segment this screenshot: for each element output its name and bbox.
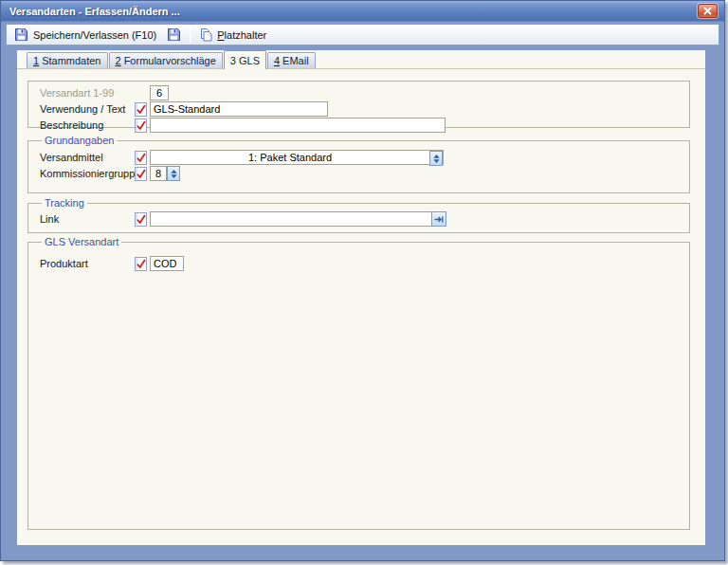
check-icon bbox=[135, 151, 147, 165]
field-row-beschreibung: Beschreibung bbox=[40, 118, 689, 133]
check-icon bbox=[135, 212, 147, 227]
tab-email[interactable]: 4EMail bbox=[267, 52, 316, 68]
tab-gls[interactable]: 3GLS bbox=[224, 50, 266, 69]
versandmittel-combo[interactable]: 1: Paket Standard bbox=[150, 150, 444, 165]
section-legend: Grundangaben bbox=[42, 135, 117, 146]
versandart-input[interactable] bbox=[150, 85, 169, 100]
section-legend: Tracking bbox=[42, 197, 87, 209]
copy-icon bbox=[199, 27, 212, 42]
save-button[interactable] bbox=[162, 26, 186, 44]
link-input[interactable] bbox=[150, 211, 431, 227]
check-icon bbox=[135, 102, 147, 117]
close-icon bbox=[703, 7, 712, 15]
arrow-right-icon bbox=[434, 215, 444, 224]
spinner-button[interactable] bbox=[429, 151, 443, 166]
spinner-icon bbox=[433, 155, 440, 163]
field-row-versandart: Versandart 1-99 bbox=[40, 85, 689, 100]
save-exit-label: Speichern/Verlassen (F10) bbox=[33, 29, 156, 41]
window-title: Versandarten - Erfassen/Ändern ... bbox=[9, 6, 698, 17]
toolbar: Speichern/Verlassen (F10) Platzhalter bbox=[6, 24, 719, 46]
tab-bar: 1Stammdaten 2Formularvorschläge 3GLS 4EM… bbox=[17, 50, 705, 69]
section-stammdaten-box: Versandart 1-99 Verwendung / Text bbox=[27, 81, 690, 128]
section-gls-versandart: GLS Versandart Produktart bbox=[27, 236, 690, 530]
spinner-button[interactable] bbox=[167, 166, 180, 181]
save-icon bbox=[167, 27, 181, 42]
link-label: Link bbox=[40, 213, 135, 225]
check-icon bbox=[135, 118, 147, 133]
produktart-label: Produktart bbox=[40, 258, 135, 269]
spinner-icon bbox=[171, 170, 177, 178]
main-panel: 1Stammdaten 2Formularvorschläge 3GLS 4EM… bbox=[17, 50, 705, 545]
produktart-input[interactable] bbox=[150, 256, 184, 271]
kommissioniergruppe-input[interactable] bbox=[150, 166, 167, 181]
field-row-versandmittel: Versandmittel 1: Paket Standard bbox=[40, 150, 689, 165]
versandart-label: Versandart 1-99 bbox=[40, 87, 135, 99]
verwendung-input[interactable] bbox=[150, 101, 328, 117]
toolbar-separator bbox=[190, 27, 191, 43]
icon-spacer bbox=[135, 86, 147, 100]
save-exit-button[interactable]: Speichern/Verlassen (F10) bbox=[9, 26, 161, 44]
combo-value: 1: Paket Standard bbox=[151, 151, 429, 164]
field-row-kommissioniergruppe: Kommissioniergruppe bbox=[40, 166, 689, 181]
verwendung-label: Verwendung / Text bbox=[40, 103, 135, 115]
titlebar[interactable]: Versandarten - Erfassen/Ändern ... bbox=[1, 1, 724, 22]
link-go-button[interactable] bbox=[431, 211, 446, 227]
versandmittel-label: Versandmittel bbox=[40, 152, 135, 163]
check-icon bbox=[135, 257, 147, 271]
field-row-link: Link bbox=[40, 211, 689, 227]
kommissioniergruppe-label: Kommissioniergruppe bbox=[40, 168, 135, 179]
window: Versandarten - Erfassen/Ändern ... Speic… bbox=[0, 0, 725, 561]
tab-content-gls: Versandart 1-99 Verwendung / Text bbox=[17, 69, 705, 530]
check-icon bbox=[135, 167, 147, 181]
section-legend: GLS Versandart bbox=[42, 236, 121, 247]
section-grundangaben: Grundangaben Versandmittel 1: Paket Stan… bbox=[27, 135, 690, 193]
beschreibung-input[interactable] bbox=[150, 118, 446, 133]
screen: Versandarten - Erfassen/Ändern ... Speic… bbox=[0, 0, 728, 565]
section-tracking: Tracking Link bbox=[27, 197, 690, 233]
close-button[interactable] bbox=[698, 4, 718, 18]
beschreibung-label: Beschreibung bbox=[40, 119, 135, 131]
placeholder-button[interactable]: Platzhalter bbox=[194, 26, 271, 44]
field-row-verwendung: Verwendung / Text bbox=[40, 101, 689, 117]
tab-formularvorschlaege[interactable]: 2Formularvorschläge bbox=[109, 52, 223, 68]
tab-stammdaten[interactable]: 1Stammdaten bbox=[27, 52, 108, 68]
placeholder-label: Platzhalter bbox=[217, 29, 266, 41]
field-row-produktart: Produktart bbox=[40, 256, 689, 271]
save-icon bbox=[14, 27, 28, 42]
